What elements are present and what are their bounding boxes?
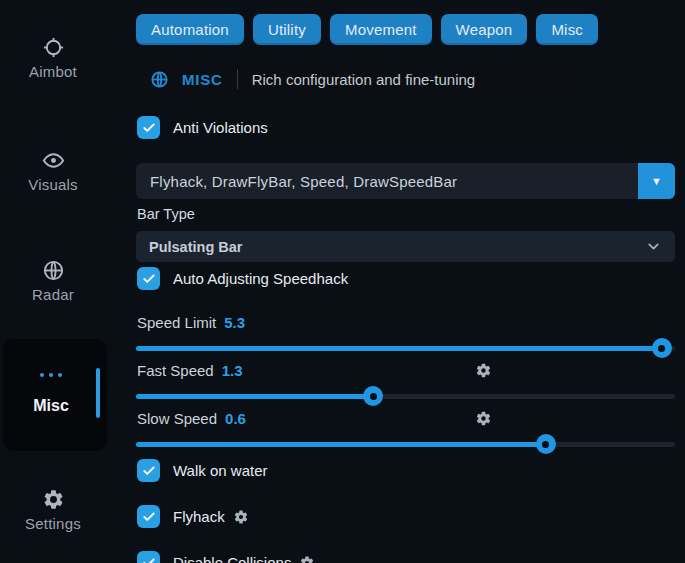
speed-limit-slider[interactable] — [136, 338, 675, 358]
bar-type-label: Bar Type — [137, 206, 195, 222]
sidebar-item-label: Settings — [0, 515, 106, 532]
slider-fill — [136, 394, 373, 399]
slider-fill — [136, 442, 546, 447]
slider-fill — [136, 346, 662, 351]
checkbox-checked-icon — [137, 551, 160, 563]
sidebar-item-settings[interactable]: Settings — [0, 488, 106, 532]
main-panel: Automation Utility Movement Weapon Misc … — [136, 0, 675, 563]
checkbox-disable-collisions[interactable]: Disable Collisions — [137, 551, 315, 563]
checkbox-checked-icon — [137, 459, 160, 482]
slider-value: 1.3 — [222, 362, 243, 379]
tab-movement[interactable]: Movement — [330, 14, 432, 45]
checkbox-flyhack[interactable]: Flyhack — [137, 505, 249, 528]
triangle-down-icon[interactable]: ▼ — [638, 163, 675, 199]
checkbox-auto-adjusting-speedhack[interactable]: Auto Adjusting Speedhack — [137, 267, 348, 290]
checkbox-label: Anti Violations — [173, 119, 268, 136]
bar-type-select[interactable]: Pulsating Bar — [136, 231, 675, 262]
globe-icon — [150, 70, 169, 89]
slider-value: 0.6 — [225, 410, 246, 427]
category-tabs: Automation Utility Movement Weapon Misc — [136, 14, 598, 45]
checkbox-checked-icon — [137, 505, 160, 528]
ellipsis-icon — [3, 373, 99, 377]
gear-icon[interactable] — [475, 362, 492, 379]
tab-automation[interactable]: Automation — [136, 14, 244, 45]
checkbox-label: Walk on water — [173, 462, 267, 479]
tab-misc[interactable]: Misc — [536, 14, 598, 45]
fast-speed-slider[interactable] — [136, 386, 675, 406]
slider-value: 5.3 — [224, 314, 245, 331]
sidebar-item-misc[interactable]: Misc — [3, 339, 107, 451]
checkbox-label-text: Disable Collisions — [173, 554, 291, 563]
sidebar-item-label: Misc — [3, 397, 99, 415]
gear-icon[interactable] — [299, 555, 315, 563]
globe-icon — [0, 259, 106, 282]
sidebar-item-aimbot[interactable]: Aimbot — [0, 36, 106, 80]
sidebar-item-label: Visuals — [0, 176, 106, 193]
chevron-down-icon — [645, 238, 662, 255]
eye-icon — [0, 149, 106, 172]
slider-thumb[interactable] — [363, 386, 383, 406]
slider-label-text: Speed Limit — [137, 314, 216, 331]
slider-label-text: Fast Speed — [137, 362, 214, 379]
active-indicator — [96, 368, 100, 418]
crosshair-icon — [0, 36, 106, 59]
section-header: MISC Rich configuration and fine-tuning — [136, 60, 577, 98]
bar-type-value: Pulsating Bar — [149, 239, 242, 255]
slider-thumb[interactable] — [536, 434, 556, 454]
slider-label-text: Slow Speed — [137, 410, 217, 427]
tab-weapon[interactable]: Weapon — [441, 14, 528, 45]
checkbox-checked-icon — [137, 116, 160, 139]
slow-speed-label: Slow Speed 0.6 — [137, 410, 246, 427]
slider-thumb[interactable] — [652, 338, 672, 358]
tab-utility[interactable]: Utility — [253, 14, 321, 45]
bar-flags-value: Flyhack, DrawFlyBar, Speed, DrawSpeedBar — [150, 163, 457, 199]
checkbox-walk-on-water[interactable]: Walk on water — [137, 459, 267, 482]
speed-limit-label: Speed Limit 5.3 — [137, 314, 245, 331]
gear-icon[interactable] — [233, 509, 249, 525]
checkbox-label: Flyhack — [173, 508, 249, 525]
sidebar-item-label: Aimbot — [0, 63, 106, 80]
checkbox-label: Auto Adjusting Speedhack — [173, 270, 348, 287]
slow-speed-slider[interactable] — [136, 434, 675, 454]
gear-icon[interactable] — [475, 410, 492, 427]
checkbox-checked-icon — [137, 267, 160, 290]
gear-icon — [0, 488, 106, 511]
checkbox-label: Disable Collisions — [173, 554, 315, 563]
section-title: MISC — [182, 71, 223, 88]
sidebar: Aimbot Visuals Radar Misc — [0, 0, 130, 563]
bar-flags-multiselect[interactable]: Flyhack, DrawFlyBar, Speed, DrawSpeedBar… — [136, 163, 675, 199]
sidebar-item-visuals[interactable]: Visuals — [0, 149, 106, 193]
divider — [237, 69, 238, 89]
sidebar-item-radar[interactable]: Radar — [0, 259, 106, 303]
fast-speed-label: Fast Speed 1.3 — [137, 362, 243, 379]
checkbox-label-text: Flyhack — [173, 508, 225, 525]
sidebar-item-label: Radar — [0, 286, 106, 303]
checkbox-anti-violations[interactable]: Anti Violations — [137, 116, 268, 139]
section-subtitle: Rich configuration and fine-tuning — [252, 71, 475, 88]
